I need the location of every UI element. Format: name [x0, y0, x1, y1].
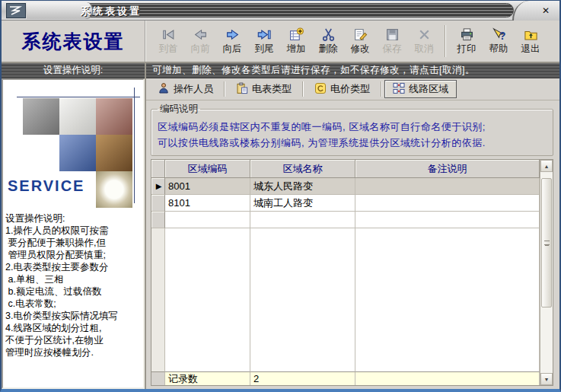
- instruction-line: a.单相、三相: [5, 273, 142, 285]
- person-icon: [158, 82, 170, 97]
- tab-region[interactable]: 线路区域: [384, 80, 457, 98]
- toolbar-button-label: 修改: [351, 43, 370, 56]
- instruction-line: 管理时应按楼幢划分.: [5, 346, 142, 359]
- toolbar-save-button[interactable]: 保存: [376, 23, 408, 59]
- note-cell: [355, 178, 540, 195]
- toolbar-print-button[interactable]: 打印: [451, 23, 483, 59]
- instruction-line: 3.电价类型按实际情况填写: [5, 310, 142, 322]
- toolbar-button-label: 删除: [319, 43, 338, 56]
- empty-cell: [165, 228, 250, 371]
- operation-instructions: 设置操作说明:1.操作人员的权限可按需 要分配便于兼职操作,但 管理员权限分配要…: [3, 211, 143, 359]
- sidebar-header: 设置操作说明:: [2, 63, 145, 78]
- titlebar: 系统表设置 ✕: [2, 1, 559, 21]
- toolbar-help-button[interactable]: ?帮助: [483, 23, 515, 59]
- region-table: 区域编码区域名称备注说明 ▶8001城东人民路变8101城南工人路变 记录数2 …: [151, 159, 553, 386]
- footer-empty-cell: [355, 371, 540, 385]
- svg-text:?: ?: [499, 30, 505, 42]
- meter-type-icon: [236, 82, 248, 97]
- column-header[interactable]: 备注说明: [355, 160, 540, 178]
- help-icon: ?: [491, 27, 506, 42]
- row-selector-cell: [151, 195, 165, 212]
- row-selector-header: [151, 160, 165, 178]
- arrow-forward-icon: [225, 27, 240, 42]
- toolbar-add-button[interactable]: 增加: [280, 23, 312, 59]
- region-name-cell: 城东人民路变: [250, 178, 355, 195]
- row-selector-cell: [151, 228, 165, 371]
- collage-photo-watch: [96, 171, 132, 208]
- toolbar-button-label: 向后: [223, 43, 242, 56]
- titlebar-right: ✕: [512, 1, 559, 21]
- collage-photo-pen: [59, 98, 96, 135]
- scissors-icon: [320, 27, 336, 42]
- toolbar-exit-button[interactable]: 退出: [515, 23, 547, 59]
- collage-line: [17, 97, 140, 97]
- tab-meter[interactable]: 电表类型: [228, 80, 300, 98]
- price-type-icon: [314, 82, 327, 97]
- toolbar-last-button[interactable]: 到尾: [248, 23, 280, 59]
- tab-separator: [381, 81, 382, 97]
- sidebar-body: SERVICE 设置操作说明:1.操作人员的权限可按需 要分配便于兼职操作,但 …: [2, 78, 145, 389]
- scroll-up-button[interactable]: ▲: [540, 160, 553, 172]
- toolbar-modify-button[interactable]: 修改: [344, 23, 376, 59]
- record-count-label: 记录数: [165, 371, 250, 385]
- table-row[interactable]: ▶8001城东人民路变: [151, 178, 540, 195]
- tab-price[interactable]: 电价类型: [306, 80, 378, 98]
- column-header[interactable]: 区域名称: [250, 160, 355, 178]
- window: 系统表设置 ✕ 系统表设置 到首向前向后到尾增加删除修改保存取消打印?帮助退出 …: [0, 0, 561, 392]
- note-cell: [355, 195, 540, 212]
- cancel-icon: [416, 27, 432, 42]
- toolbar-row: 系统表设置 到首向前向后到尾增加删除修改保存取消打印?帮助退出: [2, 21, 559, 63]
- toolbar-next-button[interactable]: 向后: [216, 23, 248, 59]
- table-footer-row: 记录数2: [151, 371, 540, 385]
- collage-line: [134, 88, 135, 203]
- table-row[interactable]: 8101城南工人路变: [151, 195, 540, 212]
- toolbar-button-label: 增加: [287, 43, 306, 56]
- table-filler: [151, 228, 540, 371]
- scroll-down-button[interactable]: ▼: [540, 373, 553, 385]
- region-table-main: 区域编码区域名称备注说明 ▶8001城东人民路变8101城南工人路变 记录数2: [151, 160, 540, 385]
- service-collage-image: SERVICE: [3, 80, 143, 211]
- instruction-line: b.额定电流、过载倍数: [5, 285, 142, 298]
- toolbar-prev-button[interactable]: 向前: [184, 23, 216, 59]
- groupbox-note-line: 区域编码必须是辖区内不重复的唯一编码, 区域名称可自行命名便于识别;: [158, 119, 547, 135]
- arrow-first-icon: [161, 27, 176, 42]
- toolbar-button-label: 向前: [191, 43, 210, 56]
- toolbar-button-label: 帮助: [489, 43, 508, 56]
- app-logo-icon: [6, 3, 26, 18]
- toolbar-button-label: 到首: [159, 43, 178, 56]
- scrollbar-thumb[interactable]: [541, 178, 552, 308]
- column-header[interactable]: 区域编码: [165, 160, 250, 178]
- collage-photo-keyboard: [59, 135, 96, 171]
- region-code-cell: 8101: [165, 195, 250, 212]
- toolbar-first-button[interactable]: 到首: [152, 23, 184, 59]
- toolbar: 到首向前向后到尾增加删除修改保存取消打印?帮助退出: [146, 21, 559, 62]
- save-icon: [384, 27, 400, 42]
- footer-selector-cell: [151, 371, 165, 385]
- tab-label: 线路区域: [409, 82, 448, 96]
- tab-label: 电表类型: [252, 82, 292, 96]
- empty-cell: [355, 228, 540, 371]
- row-selector-cell: ▶: [151, 178, 165, 195]
- encoding-note-groupbox: 编码说明 区域编码必须是辖区内不重复的唯一编码, 区域名称可自行命名便于识别; …: [151, 103, 553, 156]
- empty-cell: [250, 228, 355, 371]
- row-selector-cell: [151, 212, 165, 228]
- table-body: ▶8001城东人民路变8101城南工人路变: [151, 178, 540, 371]
- tab-separator: [302, 81, 304, 97]
- toolbar-button-label: 保存: [383, 43, 402, 56]
- toolbar-button-label: 取消: [415, 43, 434, 56]
- main-panel: 可增加、删除、修改各类型后请进行保存，如不保存修改，请点击[取消]。 操作人员电…: [146, 63, 559, 389]
- page-title: 系统表设置: [2, 21, 146, 62]
- empty-cell: [250, 212, 355, 228]
- groupbox-legend: 编码说明: [158, 103, 200, 116]
- scrollbar-track[interactable]: [540, 172, 553, 373]
- toolbar-delete-button[interactable]: 删除: [312, 23, 344, 59]
- toolbar-cancel-button[interactable]: 取消: [408, 23, 440, 59]
- close-icon[interactable]: ✕: [538, 5, 553, 17]
- region-name-cell: 城南工人路变: [250, 195, 355, 212]
- tab-label: 操作人员: [174, 82, 213, 96]
- vertical-scrollbar[interactable]: ▲ ▼: [540, 160, 553, 385]
- exit-icon: [523, 27, 538, 42]
- tab-operator[interactable]: 操作人员: [149, 80, 222, 98]
- arrow-last-icon: [257, 27, 272, 42]
- printer-icon: [459, 27, 474, 42]
